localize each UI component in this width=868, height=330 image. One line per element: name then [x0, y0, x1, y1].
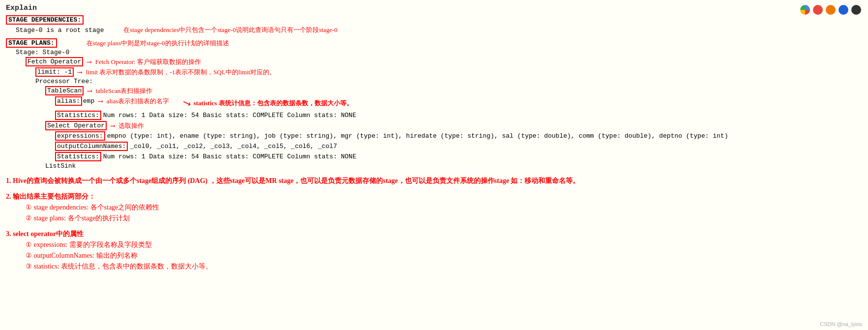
stat-diag-arrow: ⟶ [181, 95, 193, 110]
statistics1-row: Statistics: Num rows: 1 Data size: 54 Ba… [55, 111, 862, 120]
summary3-2: ② outputColumnNames: 输出的列名称 [26, 252, 138, 259]
stage-stage0-row: Stage: Stage-0 [16, 49, 862, 56]
stat-diag-ann-row: ⟶ statistics 表统计信息：包含表的数据条数，数据大小等。 [184, 96, 352, 110]
list-sink: ListSink [45, 162, 76, 170]
summary3-title-line: 3. select operator中的属性 [6, 230, 862, 239]
fetch-operator-label: Fetch Operator [26, 57, 83, 66]
stage-dep-line1: Stage-0 is a root stage [16, 27, 104, 34]
expressions-row: expressions: empno (type: int), ename (t… [55, 131, 862, 141]
processor-tree-row: Processor Tree: [35, 78, 862, 85]
table-scan-label: TableScan [45, 86, 84, 95]
fetch-operator-row: Fetch Operator ⟶ Fetch Operator: 客户端获取数据… [26, 57, 862, 66]
stat-diag-block: ⟶ statistics 表统计信息：包含表的数据条数，数据大小等。 [184, 96, 352, 110]
summary1-line: 1. Hive的查询会被转换成一个由一个或多个stage组成的序列 (DAG) … [6, 177, 862, 185]
summary2-2-line: ② stage plans: 各个stage的执行计划 [26, 214, 862, 223]
statistics2-label: Statistics: [55, 152, 101, 161]
output-col-value: _col0, _col1, _col2, _col3, _col4, _col5… [130, 143, 337, 150]
stage-plans-annotation: 在stage plans中则是对stage-0的执行计划的详细描述 [87, 39, 229, 48]
statistics1-value: Num rows: 1 Data size: 54 Basic stats: C… [103, 112, 356, 119]
icon-dark [851, 5, 861, 15]
summary3-title: 3. select operator中的属性 [6, 230, 84, 238]
summary3-1: ① expressions: 需要的字段名称及字段类型 [26, 241, 152, 248]
icon-chrome [800, 5, 810, 15]
table-scan-row: TableScan ⟶ tableScan表扫描操作 [45, 86, 862, 95]
icon-orange [826, 5, 836, 15]
limit-row: limit: -1 ⟶ limit 表示对数据的条数限制，-1表示不限制，SQL… [35, 67, 862, 77]
alias-row: alias: emp ⟶ alias表示扫描表的名字 ⟶ statistics … [55, 96, 862, 110]
output-col-label: outputColumnNames: [55, 142, 128, 151]
table-scan-ann: tableScan表扫描操作 [96, 87, 153, 95]
limit-label: limit: -1 [35, 67, 74, 77]
stage-dep-detail-row: Stage-0 is a root stage 在stage dependenc… [16, 26, 862, 34]
stage-plans-row: STAGE PLANS: 在stage plans中则是对stage-0的执行计… [6, 38, 862, 48]
expressions-label: expressions: [55, 131, 105, 141]
explain-title: Explain [6, 4, 37, 12]
summary-section: 1. Hive的查询会被转换成一个由一个或多个stage组成的序列 (DAG) … [6, 177, 862, 271]
top-right-icons [800, 5, 861, 15]
alias-inner: alias: emp ⟶ alias表示扫描表的名字 [55, 96, 169, 106]
statistics2-row: Statistics: Num rows: 1 Data size: 54 Ba… [55, 152, 862, 161]
statistics1-label: Statistics: [55, 111, 101, 120]
summary1-text: 1. Hive的查询会被转换成一个由一个或多个stage组成的序列 (DAG) … [6, 177, 579, 184]
explain-title-row: Explain [6, 4, 862, 14]
select-arrow: ⟶ [111, 121, 115, 130]
alias-label: alias: [55, 96, 82, 106]
processor-tree: Processor Tree: [35, 78, 93, 85]
alias-ann: alias表示扫描表的名字 [107, 97, 170, 106]
table-scan-arrow: ⟶ [87, 87, 91, 95]
summary2-2: ② stage plans: 各个stage的执行计划 [26, 214, 130, 222]
fetch-operator-ann: Fetch Operator: 客户端获取数据的操作 [95, 58, 201, 66]
summary3-1-line: ① expressions: 需要的字段名称及字段类型 [26, 240, 862, 249]
limit-arrow: ⟶ [78, 68, 82, 76]
csdn-watermark: CSDN @na_lyins [820, 321, 862, 327]
stage-dep-annotation: 在stage dependencies中只包含一个stage-0说明此查询语句只… [123, 26, 337, 34]
summary3-2-line: ② outputColumnNames: 输出的列名称 [26, 251, 862, 260]
summary2-title: 2. 输出结果主要包括两部分： [6, 193, 95, 200]
stat-diag-annotation: statistics 表统计信息：包含表的数据条数，数据大小等。 [194, 99, 353, 108]
stage-plans-label: STAGE PLANS: [6, 38, 57, 48]
stage-dep-row: STAGE DEPENDENCIES: [6, 15, 862, 25]
summary2-1: ① stage dependencies: 各个stage之间的依赖性 [26, 204, 159, 211]
expressions-value: empno (type: int), ename (type: string),… [107, 132, 728, 140]
select-operator-ann: 选取操作 [118, 121, 144, 130]
icon-blue [839, 5, 848, 15]
stage-stage0: Stage: Stage-0 [16, 49, 69, 56]
alias-value: emp [83, 97, 94, 105]
select-operator-row: Select Operator ⟶ 选取操作 [45, 121, 862, 130]
limit-ann: limit 表示对数据的条数限制，-1表示不限制，SQL中的limit对应的。 [86, 68, 276, 77]
fetch-arrow: ⟶ [87, 58, 91, 66]
main-container: Explain STAGE DEPENDENCIES: Stage-0 is a… [0, 0, 868, 330]
select-operator-label: Select Operator [45, 121, 107, 130]
icon-red [813, 5, 823, 15]
summary2-title-line: 2. 输出结果主要包括两部分： [6, 192, 862, 201]
statistics2-value: Num rows: 1 Data size: 54 Basic stats: C… [103, 153, 356, 160]
output-col-row: outputColumnNames: _col0, _col1, _col2, … [55, 142, 862, 151]
list-sink-row: ListSink [45, 162, 862, 170]
stage-dep-label: STAGE DEPENDENCIES: [6, 15, 84, 25]
summary2-1-line: ① stage dependencies: 各个stage之间的依赖性 [26, 203, 862, 212]
alias-arrow: ⟶ [98, 97, 102, 105]
summary3-3-line: ③ statistics: 表统计信息，包含表中的数据条数，数据大小等。 [26, 262, 862, 271]
summary3-3: ③ statistics: 表统计信息，包含表中的数据条数，数据大小等。 [26, 263, 212, 270]
